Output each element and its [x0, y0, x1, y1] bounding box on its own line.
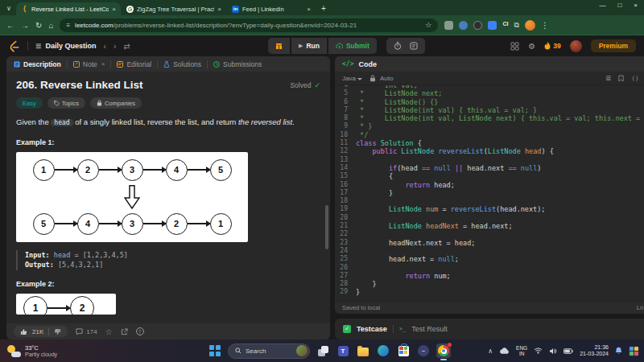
- submit-button[interactable]: Submit: [327, 38, 377, 54]
- wifi-icon[interactable]: [534, 348, 543, 354]
- help-button[interactable]: ?: [136, 327, 144, 335]
- onedrive-cloud-icon[interactable]: [499, 348, 510, 355]
- comment-count: 174: [86, 328, 97, 335]
- tab-close-icon[interactable]: ×: [112, 6, 116, 13]
- reverse-arrow: [23, 185, 242, 209]
- maximize-button[interactable]: □: [617, 2, 621, 9]
- tab-solutions[interactable]: Solutions: [163, 60, 201, 68]
- extension-icon[interactable]: CI: [502, 21, 508, 30]
- edge-button[interactable]: [376, 343, 390, 358]
- difficulty-badge[interactable]: Easy: [16, 97, 43, 109]
- list-arrow: [143, 223, 166, 224]
- debugger-gift-button[interactable]: [268, 38, 290, 54]
- tab-close-icon[interactable]: ×: [217, 6, 221, 13]
- code-line: 29}: [335, 288, 644, 296]
- notes-icon[interactable]: [410, 42, 418, 50]
- bookmark-icon[interactable]: [618, 75, 624, 82]
- back-icon[interactable]: ←: [6, 21, 14, 30]
- language-indicator[interactable]: ENG IN: [516, 345, 527, 357]
- home-icon[interactable]: ⌂: [48, 21, 53, 30]
- timer-icon[interactable]: [394, 42, 402, 50]
- teams-button[interactable]: T: [336, 343, 350, 358]
- autocomplete-toggle[interactable]: Auto: [380, 75, 393, 82]
- comments-button[interactable]: 174: [76, 328, 97, 335]
- minimize-button[interactable]: —: [599, 2, 605, 9]
- shuffle-icon[interactable]: ⇄: [123, 42, 130, 51]
- code-editor[interactable]: 4 * int val;5 * ListNode next;6 * ListNo…: [335, 85, 644, 301]
- vote-group: 21K: [14, 326, 68, 337]
- streak-counter[interactable]: 39: [544, 42, 560, 50]
- thumbs-up-icon[interactable]: [20, 328, 27, 335]
- tab-description[interactable]: Description: [14, 60, 61, 68]
- nav-right-cluster: ⚙ 39 Premium: [510, 39, 636, 52]
- favorite-button[interactable]: ☆: [105, 327, 113, 336]
- layout-icon[interactable]: [510, 42, 519, 51]
- discord-icon: ⌣: [418, 345, 429, 356]
- user-avatar[interactable]: [570, 40, 582, 52]
- leetcode-logo[interactable]: [8, 40, 20, 52]
- settings-gear-icon[interactable]: ⚙: [528, 42, 535, 51]
- tab-test-result[interactable]: Test Result: [411, 325, 448, 333]
- format-icon[interactable]: ≣: [605, 74, 612, 82]
- code-panel-header[interactable]: </> Code: [335, 56, 644, 72]
- daily-question-link[interactable]: ≣ Daily Question: [35, 42, 97, 50]
- discord-button[interactable]: ⌣: [416, 343, 431, 358]
- task-view-button[interactable]: [316, 343, 330, 358]
- tab-editorial[interactable]: Editorial: [117, 60, 151, 68]
- file-explorer-button[interactable]: [356, 343, 370, 358]
- taskbar-search[interactable]: Search: [228, 343, 310, 359]
- prev-problem-icon[interactable]: ‹: [104, 42, 106, 51]
- extension-icon[interactable]: [459, 21, 468, 30]
- companies-badge[interactable]: Companies: [90, 97, 142, 109]
- share-button[interactable]: [121, 328, 128, 335]
- address-bar[interactable]: ≡ leetcode.com/problems/reverse-linked-l…: [60, 19, 438, 32]
- extensions-puzzle-icon[interactable]: ⧉: [514, 21, 518, 30]
- tab-testcase[interactable]: Testcase: [357, 325, 387, 333]
- browser-tab[interactable]: inFeed | LinkedIn×: [227, 2, 316, 15]
- browser-tab[interactable]: ⟨Reverse Linked List - LeetCode×: [16, 2, 121, 15]
- premium-button[interactable]: Premium: [591, 39, 636, 52]
- line-number: 27: [335, 272, 356, 280]
- browser-tab[interactable]: GZigZag Tree Traversal | Practic×: [122, 2, 226, 15]
- site-settings-icon[interactable]: ≡: [66, 22, 70, 29]
- note-icon: [73, 61, 80, 68]
- notification-bell-icon[interactable]: [615, 347, 622, 355]
- next-problem-icon[interactable]: ›: [114, 42, 116, 51]
- tab-submissions[interactable]: Submissions: [213, 60, 262, 68]
- widgets-icon[interactable]: [629, 346, 639, 356]
- brackets-icon[interactable]: (): [631, 75, 638, 82]
- reload-icon[interactable]: ↻: [35, 21, 42, 30]
- note-close-icon[interactable]: ×: [101, 60, 105, 68]
- workspace: Description Note × Editorial Solutions: [6, 56, 638, 339]
- bookmark-star-icon[interactable]: ☆: [425, 21, 431, 29]
- tray-chevron-icon[interactable]: ∧: [488, 348, 493, 355]
- tab-note[interactable]: Note ×: [73, 60, 105, 68]
- chrome-button[interactable]: [436, 343, 451, 358]
- language-selector[interactable]: Java: [342, 75, 362, 82]
- description-scrollbar[interactable]: [325, 205, 328, 249]
- list-arrow: [188, 169, 210, 171]
- line-number: 12: [335, 147, 356, 155]
- extension-icon[interactable]: [444, 21, 453, 30]
- description-icon: [14, 61, 20, 68]
- start-button[interactable]: [208, 343, 222, 358]
- topics-badge[interactable]: Topics: [47, 97, 85, 109]
- tab-search-icon[interactable]: ∨: [3, 2, 14, 14]
- close-button[interactable]: ×: [634, 2, 638, 9]
- forward-icon[interactable]: →: [21, 21, 29, 30]
- code-line: 23 headNext.next = head;: [335, 239, 644, 247]
- store-button[interactable]: [396, 343, 411, 358]
- window-controls: — □ ×: [599, 2, 638, 9]
- clock[interactable]: 21:36 21-03-2024: [580, 344, 609, 358]
- extension-icon[interactable]: [473, 21, 482, 30]
- run-button[interactable]: ▶ Run: [290, 38, 327, 54]
- battery-icon[interactable]: [564, 348, 573, 354]
- weather-widget[interactable]: 33°C Partly cloudy: [0, 344, 57, 357]
- volume-icon[interactable]: [549, 348, 557, 355]
- thumbs-down-icon[interactable]: [54, 328, 61, 335]
- browser-profile-avatar[interactable]: [525, 20, 535, 31]
- tab-close-icon[interactable]: ×: [307, 6, 311, 13]
- extension-icon[interactable]: [488, 21, 497, 30]
- new-tab-button[interactable]: +: [321, 4, 326, 13]
- browser-menu-icon[interactable]: ⋮: [541, 21, 549, 30]
